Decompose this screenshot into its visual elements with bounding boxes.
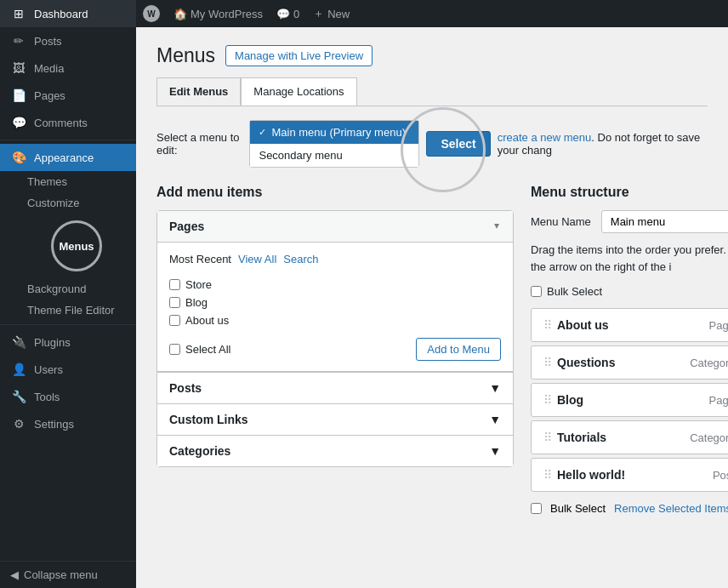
menu-items-list: ⠿ About us Page ▼ ⠿ Questions [531, 308, 728, 492]
drag-handle-icon: ⠿ [543, 356, 552, 369]
bulk-select-bottom: Bulk Select Remove Selected Items [531, 502, 728, 515]
pages-accordion: Pages ▲ Most Recent View All Search [156, 210, 514, 467]
pages-accordion-content: Most Recent View All Search Store [157, 243, 513, 372]
menu-item[interactable]: ⠿ Hello world! Post ▼ [531, 458, 728, 492]
dashboard-icon: ⊞ [10, 7, 27, 20]
menu-item[interactable]: ⠿ Tutorials Category ▼ [531, 420, 728, 454]
menu-item-name: About us [557, 318, 609, 332]
wp-logo-icon: W [143, 5, 160, 22]
pages-filter-tabs: Most Recent View All Search [169, 253, 501, 265]
sidebar-item-media[interactable]: 🖼 Media [0, 54, 136, 82]
custom-links-accordion-header[interactable]: Custom Links ▼ [157, 403, 513, 435]
select-all-label[interactable]: Select All [169, 343, 230, 356]
admin-bar-logo[interactable]: W [143, 5, 160, 22]
menu-name-row: Menu Name [531, 210, 728, 233]
sidebar: ⊞ Dashboard ✏ Posts 🖼 Media 📄 Pages 💬 Co… [0, 0, 136, 588]
remove-selected-link[interactable]: Remove Selected Items [614, 502, 728, 515]
menu-item-name: Tutorials [557, 431, 606, 444]
select-all-row: Select All Add to Menu [169, 329, 501, 361]
sidebar-item-pages[interactable]: 📄 Pages [0, 82, 136, 109]
menu-item-right: Post ▼ [713, 469, 728, 482]
checkbox-select-all[interactable] [169, 344, 180, 355]
filter-search[interactable]: Search [283, 253, 318, 265]
admin-bar-new[interactable]: ＋ New [313, 6, 350, 21]
menu-item-right: Page ▼ [709, 394, 728, 407]
menus-circle[interactable]: Menus [51, 220, 102, 271]
create-new-menu-link[interactable]: create a new menu [498, 131, 592, 144]
filter-most-recent[interactable]: Most Recent [169, 253, 231, 265]
sidebar-item-background[interactable]: Background [10, 278, 136, 300]
select-button[interactable]: Select [426, 131, 490, 157]
list-item: Blog [169, 294, 501, 311]
manage-live-preview-button[interactable]: Manage with Live Preview [225, 45, 373, 66]
plugins-icon: 🔌 [10, 335, 27, 349]
bulk-select-checkbox-top[interactable] [531, 286, 542, 297]
menu-dropdown[interactable]: ✓ Main menu (Primary menu) Secondary men… [249, 120, 419, 168]
sidebar-item-customize[interactable]: Customize [10, 192, 136, 214]
checkbox-about-us[interactable] [169, 315, 180, 326]
page-header: Menus Manage with Live Preview [156, 44, 708, 67]
admin-bar-comments[interactable]: 💬 0 [276, 8, 299, 20]
menu-item-left: ⠿ Hello world! [543, 468, 625, 482]
menu-item-type: Category [690, 357, 728, 369]
checkbox-store[interactable] [169, 279, 180, 290]
bulk-select-top: Bulk Select [531, 285, 728, 298]
posts-icon: ✏ [10, 34, 27, 48]
sidebar-item-menus-circle-area[interactable]: Menus [10, 214, 136, 278]
menu-name-label: Menu Name [531, 215, 591, 228]
custom-links-chevron-icon: ▼ [489, 413, 501, 426]
checkbox-blog[interactable] [169, 297, 180, 308]
bulk-select-checkbox-bottom[interactable] [531, 503, 542, 514]
users-icon: 👤 [10, 363, 27, 376]
collapse-menu-button[interactable]: ◀ Collapse menu [0, 561, 136, 588]
menu-name-input[interactable] [601, 210, 728, 233]
add-menu-items-title: Add menu items [156, 185, 514, 200]
posts-accordion-header[interactable]: Posts ▼ [157, 372, 513, 403]
menu-structure-title: Menu structure [531, 185, 728, 200]
drag-handle-icon: ⠿ [543, 393, 552, 407]
sidebar-item-dashboard[interactable]: ⊞ Dashboard [0, 0, 136, 27]
pages-accordion-header[interactable]: Pages ▲ [157, 211, 513, 243]
menu-item-name: Hello world! [557, 468, 625, 482]
categories-accordion-header[interactable]: Categories ▼ [157, 435, 513, 466]
tab-manage-locations[interactable]: Manage Locations [241, 77, 356, 106]
pages-icon: 📄 [10, 88, 27, 102]
add-to-menu-button[interactable]: Add to Menu [416, 338, 501, 361]
appearance-submenu: Themes Customize Menus Background Theme … [0, 171, 136, 321]
admin-bar-site[interactable]: 🏠 My WordPress [173, 8, 263, 20]
drag-handle-icon: ⠿ [543, 431, 552, 444]
sidebar-item-tools[interactable]: 🔧 Tools [0, 383, 136, 410]
menu-item-name: Blog [557, 393, 583, 407]
sidebar-item-plugins[interactable]: 🔌 Plugins [0, 328, 136, 356]
sidebar-item-users[interactable]: 👤 Users [0, 356, 136, 383]
sidebar-item-theme-file-editor[interactable]: Theme File Editor [10, 300, 136, 321]
menu-item-left: ⠿ Tutorials [543, 431, 606, 444]
list-item: About us [169, 311, 501, 329]
menu-select-row: Select a menu to edit: ✓ Main menu (Prim… [156, 120, 708, 168]
dropdown-secondary-option[interactable]: Secondary menu [250, 144, 418, 167]
menu-item[interactable]: ⠿ Questions Category ▼ [531, 345, 728, 380]
sidebar-item-comments[interactable]: 💬 Comments [0, 109, 136, 136]
sidebar-item-appearance[interactable]: 🎨 Appearance [0, 144, 136, 171]
page-content: Menus Manage with Live Preview Edit Menu… [136, 27, 728, 588]
sidebar-item-settings[interactable]: ⚙ Settings [0, 410, 136, 437]
menu-item-left: ⠿ Blog [543, 393, 583, 407]
plus-icon: ＋ [313, 6, 324, 21]
menu-item-left: ⠿ About us [543, 318, 609, 332]
page-item-blog-label: Blog [185, 296, 208, 309]
media-icon: 🖼 [10, 61, 27, 75]
dropdown-selected-option[interactable]: ✓ Main menu (Primary menu) [250, 121, 418, 144]
sidebar-item-themes[interactable]: Themes [10, 171, 136, 192]
menu-item[interactable]: ⠿ Blog Page ▼ [531, 383, 728, 417]
categories-chevron-icon: ▼ [489, 444, 501, 458]
page-item-aboutus-label: About us [185, 314, 229, 327]
sidebar-item-posts[interactable]: ✏ Posts [0, 27, 136, 54]
filter-view-all[interactable]: View All [238, 253, 276, 265]
checkmark-icon: ✓ [259, 127, 266, 138]
menu-item[interactable]: ⠿ About us Page ▼ [531, 308, 728, 342]
tab-edit-menus[interactable]: Edit Menus [156, 77, 241, 106]
bulk-select-bottom-label: Bulk Select [550, 502, 606, 515]
menu-dropdown-container: ✓ Main menu (Primary menu) Secondary men… [249, 120, 419, 168]
collapse-icon: ◀ [10, 568, 19, 581]
left-panel: Add menu items Pages ▲ Most Recent View … [156, 185, 514, 515]
